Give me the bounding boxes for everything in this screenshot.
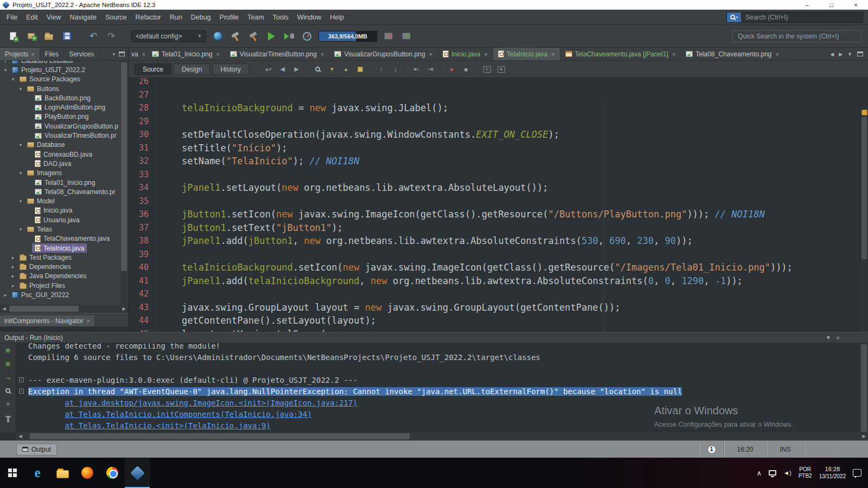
tree-item-database[interactable]: ▾Database — [0, 140, 120, 150]
notifications-segment[interactable]: 1 — [699, 441, 724, 458]
previous-occurrence-button[interactable]: ↑ — [376, 64, 387, 75]
close-button[interactable]: × — [844, 0, 868, 9]
tree-item-telas[interactable]: ▾Telas — [0, 224, 120, 234]
file-explorer-button[interactable] — [50, 458, 75, 488]
code-editor[interactable]: 2627282930313233343536373839404142434445… — [129, 78, 868, 332]
tree-item-tela08-chaveamento-pr[interactable]: Tela08_Chaveamento.pr — [0, 187, 120, 196]
tree-vertical-scrollbar[interactable] — [120, 61, 127, 305]
scroll-tabs-left-icon[interactable]: ◀ — [830, 52, 834, 57]
next-occurrence-button[interactable]: ↓ — [390, 64, 401, 75]
open-project-button[interactable] — [42, 29, 55, 43]
close-icon[interactable]: × — [31, 51, 34, 57]
tree-item-dao-java[interactable]: DAO.java — [0, 159, 120, 168]
back-button[interactable]: ◀ — [277, 64, 288, 75]
tree-item-visualizargruposbutton-p[interactable]: VisualizarGruposButton.p — [0, 121, 120, 131]
editor-tab-inicio-java[interactable]: Inicio.java× — [438, 48, 493, 60]
language-indicator[interactable]: POR PTB2 — [799, 466, 812, 479]
redo-button[interactable]: ↷ — [105, 29, 118, 43]
editor-scrollbar[interactable] — [860, 108, 868, 332]
output-filter-button[interactable] — [3, 413, 13, 422]
editor-tab-visualizartimesbutton-png[interactable]: VisualizarTimesButton.png× — [225, 48, 330, 60]
search-box[interactable]: ▾ Search (Ctrl+I) — [726, 12, 863, 23]
tab-close-icon[interactable]: × — [551, 51, 554, 57]
tab-close-icon[interactable]: × — [216, 51, 219, 57]
tree-expand-icon[interactable]: ▾ — [17, 142, 24, 147]
menu-help[interactable]: Help — [326, 11, 348, 23]
view-source-button[interactable]: Source — [135, 63, 171, 75]
output-vertical-scrollbar[interactable] — [860, 343, 868, 433]
new-project-button[interactable] — [24, 29, 37, 43]
editor-tab-tela01-inicio-png[interactable]: Tela01_Inicio.png× — [147, 48, 225, 60]
menu-edit[interactable]: Edit — [22, 11, 42, 23]
tree-item-loginadmbutton-png[interactable]: LoginAdmButton.png — [0, 102, 120, 112]
editor-tab-telainicio-java[interactable]: TelaInicio.java× — [493, 48, 560, 60]
stacktrace-link[interactable]: at java.desktop/javax.swing.ImageIcon.<i… — [65, 399, 357, 407]
tree-item-projeto-usjt-2022-2[interactable]: ▾Projeto_USJT_2022.2 — [0, 65, 120, 74]
forward-button[interactable]: ▶ — [291, 64, 302, 75]
tree-item-telainicio-java[interactable]: TelaInicio.java — [0, 243, 120, 253]
tree-expand-icon[interactable]: ▸ — [9, 255, 17, 260]
memory-indicator[interactable]: 363,9/564,0MB — [318, 31, 377, 42]
editor-tab-telachaveamento-java-jpanel1[interactable]: TelaChaveamento.java [jPanel1]× — [560, 48, 681, 60]
tree-item-imagens[interactable]: ▾Imagens — [0, 169, 120, 178]
scroll-tabs-right-icon[interactable]: ▶ — [839, 52, 843, 57]
output-search-button[interactable] — [3, 386, 13, 395]
find-selection-button[interactable] — [312, 64, 323, 75]
edge-button[interactable]: e — [25, 458, 50, 488]
tree-item-project-files[interactable]: ▸Project Files — [0, 281, 120, 290]
menu-view[interactable]: View — [42, 11, 66, 23]
new-file-button[interactable] — [7, 29, 20, 43]
tree-expand-icon[interactable]: ▾ — [2, 61, 9, 63]
undo-button[interactable]: ↶ — [87, 29, 100, 43]
scroll-left-icon[interactable]: ◀ — [16, 434, 24, 439]
panel-tab-services[interactable]: Services — [64, 48, 99, 60]
scroll-left-icon[interactable]: ◀ — [0, 306, 8, 311]
tree-expand-icon[interactable]: ▾ — [2, 67, 9, 73]
tab-close-icon[interactable]: × — [321, 51, 324, 57]
hidden-icons-chevron[interactable]: ∧ — [757, 469, 762, 477]
tree-item-java-dependencies[interactable]: ▸Java Dependencies — [0, 272, 120, 281]
clean-build-button[interactable] — [247, 29, 260, 43]
tree-expand-icon[interactable]: ▸ — [9, 283, 17, 288]
build-button[interactable] — [229, 29, 242, 43]
debug-button[interactable] — [283, 29, 296, 43]
output-rerun-alt-button[interactable]: » — [3, 358, 13, 368]
tree-item-backbutton-png[interactable]: BackButton.png — [0, 93, 120, 102]
tree-item-playbutton-png[interactable]: PlayButton.png — [0, 112, 120, 121]
tree-expand-icon[interactable]: ▾ — [17, 86, 24, 92]
minimize-panel-icon[interactable]: ▾ — [827, 334, 830, 341]
tab-close-icon[interactable]: × — [672, 51, 675, 57]
last-edit-button[interactable]: ↩ — [263, 64, 274, 75]
maximize-button[interactable]: □ — [819, 0, 844, 9]
shift-right-button[interactable]: ⇥ — [425, 64, 436, 75]
highlight-toggle-button[interactable] — [355, 64, 366, 75]
menu-run[interactable]: Run — [165, 11, 187, 23]
profile-button[interactable] — [301, 29, 314, 43]
quick-search-box[interactable]: Quick Search in the system (Ctrl+I) — [732, 30, 861, 42]
config-dropdown[interactable]: <default config> ▼ — [131, 30, 206, 42]
menu-team[interactable]: Team — [243, 11, 269, 23]
macro-record-button[interactable]: ● — [446, 64, 457, 75]
stacktrace-link[interactable]: at Telas.TelaInicio.initComponents(TelaI… — [65, 410, 311, 419]
search-icon[interactable]: ▾ — [727, 12, 741, 22]
editor-tab-va[interactable]: va× — [129, 48, 147, 60]
network-icon[interactable] — [769, 470, 776, 476]
tree-expand-icon[interactable]: ▸ — [2, 292, 9, 298]
netbeans-taskbar-button[interactable] — [125, 458, 150, 488]
tab-close-icon[interactable]: × — [142, 51, 145, 57]
save-all-button[interactable] — [60, 29, 73, 43]
menu-refactor[interactable]: Refactor — [131, 11, 165, 23]
tree-horizontal-scrollbar[interactable]: ◀ ▶ — [0, 305, 128, 313]
profile-point-alt-button[interactable] — [400, 29, 413, 43]
tree-item-visualizartimesbutton-pr[interactable]: VisualizarTimesButton.pr — [0, 131, 120, 140]
scrollbar-thumb[interactable] — [861, 117, 867, 259]
menu-navigate[interactable]: Navigate — [66, 11, 101, 23]
view-design-button[interactable]: Design — [174, 63, 210, 75]
menu-window[interactable]: Window — [293, 11, 326, 23]
tree-item-model[interactable]: ▾Model — [0, 196, 120, 206]
tree-item-tela01-inicio-png[interactable]: Tela01_Inicio.png — [0, 178, 120, 187]
notifications-badge[interactable]: 1 — [707, 445, 716, 454]
tree-expand-icon[interactable]: ▾ — [9, 76, 17, 82]
stacktrace-link[interactable]: at Telas.TelaInicio.<init>(TelaInicio.ja… — [65, 421, 270, 430]
view-history-button[interactable]: History — [212, 63, 248, 75]
